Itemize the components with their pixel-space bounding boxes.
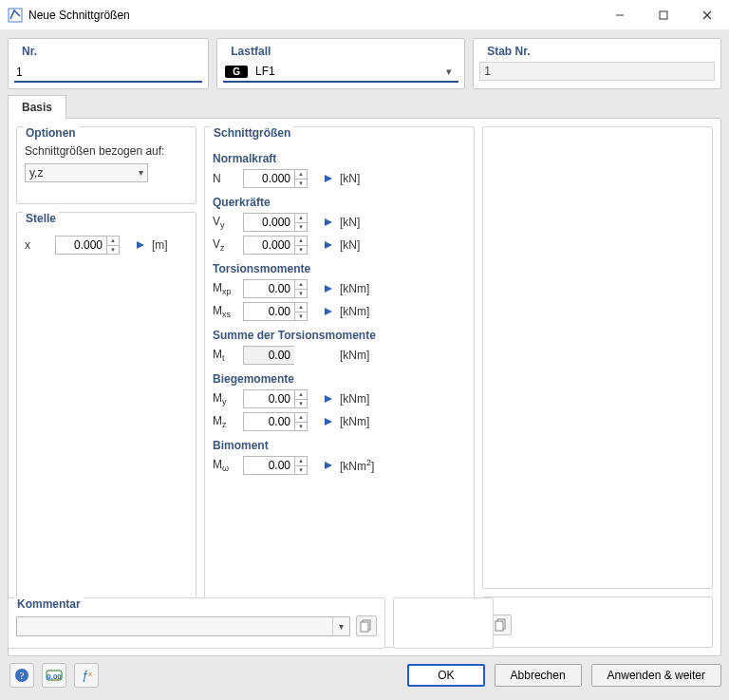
- mxs-input[interactable]: ▲▼: [243, 302, 317, 321]
- play-icon[interactable]: [323, 460, 334, 471]
- kommentar-title: Kommentar: [14, 597, 84, 611]
- lastfall-value[interactable]: [253, 64, 441, 79]
- mw-input[interactable]: ▲▼: [243, 456, 317, 475]
- svg-marker-5: [137, 241, 144, 249]
- querkraefte-header: Querkräfte: [213, 196, 466, 209]
- mxp-input[interactable]: ▲▼: [243, 279, 317, 298]
- mt-input: ▲▼: [243, 346, 317, 365]
- maximize-button[interactable]: [642, 0, 685, 30]
- x-input[interactable]: ▲▼: [55, 236, 129, 255]
- ok-button[interactable]: OK: [407, 664, 484, 687]
- play-icon[interactable]: [323, 416, 334, 427]
- optionen-title: Optionen: [23, 126, 79, 140]
- svg-marker-10: [325, 308, 332, 315]
- nr-input[interactable]: [14, 62, 202, 83]
- my-input[interactable]: ▲▼: [243, 389, 317, 408]
- play-icon[interactable]: [323, 239, 334, 251]
- apply-next-button[interactable]: Anwenden & weiter: [591, 664, 721, 687]
- stab-input[interactable]: [479, 62, 715, 81]
- mz-input[interactable]: ▲▼: [243, 412, 317, 431]
- mxs-label: Mxs: [213, 304, 237, 319]
- svg-marker-12: [325, 418, 332, 426]
- svg-rect-17: [361, 622, 368, 632]
- play-icon[interactable]: [323, 283, 334, 294]
- stab-panel: Stab Nr.: [473, 38, 721, 89]
- x-unit: [m]: [152, 238, 168, 252]
- nr-panel: Nr.: [8, 38, 209, 89]
- kommentar-library-button[interactable]: [356, 615, 377, 636]
- stelle-title: Stelle: [23, 212, 59, 225]
- n-unit: [kN]: [340, 172, 360, 185]
- minimize-button[interactable]: [598, 0, 642, 30]
- cancel-button[interactable]: Abbrechen: [495, 664, 582, 687]
- kommentar-input[interactable]: [17, 617, 332, 635]
- mxp-unit: [kNm]: [340, 282, 369, 295]
- svg-marker-11: [325, 395, 332, 403]
- lastfall-combo[interactable]: G ▾: [223, 62, 458, 83]
- units-button[interactable]: 0,00: [42, 663, 66, 688]
- spinner[interactable]: ▲▼: [106, 236, 120, 255]
- play-icon[interactable]: [135, 239, 146, 251]
- svg-marker-13: [325, 462, 332, 469]
- vy-unit: [kN]: [340, 216, 360, 229]
- close-button[interactable]: [685, 0, 729, 30]
- mw-unit: [kNm2]: [340, 458, 374, 473]
- kommentar-aux: [393, 597, 494, 649]
- bimoment-header: Bimoment: [213, 439, 466, 452]
- x-label: x: [25, 238, 49, 252]
- vz-input[interactable]: ▲▼: [243, 236, 317, 255]
- svg-rect-2: [660, 11, 667, 19]
- my-unit: [kNm]: [340, 392, 369, 406]
- tab-strip: Basis: [8, 93, 721, 118]
- stelle-group: Stelle x ▲▼ [m]: [16, 212, 196, 648]
- bezogen-select[interactable]: y,z ▾: [25, 163, 148, 182]
- my-label: My: [213, 391, 237, 407]
- stab-label: Stab Nr.: [479, 43, 715, 62]
- tab-basis[interactable]: Basis: [8, 95, 66, 119]
- n-input[interactable]: ▲▼: [243, 169, 317, 188]
- n-label: N: [213, 172, 237, 185]
- svg-text:x: x: [88, 670, 92, 678]
- titlebar: Neue Schnittgrößen: [0, 0, 729, 30]
- play-icon[interactable]: [323, 393, 334, 405]
- help-button[interactable]: ?: [9, 663, 34, 688]
- svg-marker-8: [325, 241, 332, 249]
- mxp-label: Mxp: [213, 281, 237, 296]
- play-icon[interactable]: [323, 173, 334, 184]
- biege-header: Biegemomente: [213, 372, 466, 386]
- chevron-down-icon[interactable]: ▾: [332, 617, 349, 635]
- play-icon[interactable]: [323, 306, 334, 317]
- copy-icon[interactable]: [491, 615, 512, 635]
- vz-unit: [kN]: [340, 238, 360, 252]
- kommentar-group: Kommentar ▾: [8, 597, 385, 649]
- kommentar-combo[interactable]: ▾: [16, 616, 350, 636]
- mz-label: Mz: [213, 414, 237, 429]
- summe-torsion-header: Summe der Torsionsmomente: [213, 329, 466, 342]
- chevron-down-icon: ▾: [139, 167, 143, 178]
- mt-label: Mt: [213, 348, 237, 363]
- schnittgroessen-title: Schnittgrößen: [211, 126, 293, 140]
- optionen-group: Optionen Schnittgrößen bezogen auf: y,z …: [16, 126, 196, 204]
- mxs-unit: [kNm]: [340, 305, 369, 318]
- main-area: Optionen Schnittgrößen bezogen auf: y,z …: [8, 118, 721, 656]
- client-area: Nr. Lastfall G ▾ Stab Nr. Basis Optionen…: [0, 30, 729, 700]
- schnittgroessen-group: Schnittgrößen Normalkraft N ▲▼ [kN] Quer…: [204, 126, 475, 648]
- svg-rect-15: [495, 621, 503, 631]
- formula-button[interactable]: ƒx: [74, 663, 99, 688]
- preview-tools: [482, 596, 713, 648]
- svg-text:ƒ: ƒ: [82, 669, 88, 682]
- svg-text:?: ?: [20, 670, 25, 681]
- chevron-down-icon[interactable]: ▾: [441, 66, 457, 78]
- svg-text:0,00: 0,00: [47, 672, 62, 681]
- bottom-bar: ? 0,00 ƒx OK Abbrechen Anwenden & weiter: [8, 654, 721, 692]
- loadcase-badge: G: [225, 66, 248, 78]
- svg-marker-7: [325, 218, 332, 226]
- vy-input[interactable]: ▲▼: [243, 213, 317, 232]
- bezogen-label: Schnittgrößen bezogen auf:: [25, 144, 188, 158]
- torsion-header: Torsionsmomente: [213, 262, 466, 275]
- play-icon[interactable]: [323, 217, 334, 228]
- vz-label: Vz: [213, 237, 237, 253]
- mw-label: Mω: [213, 458, 237, 473]
- preview-panel: [482, 126, 713, 589]
- vy-label: Vy: [213, 215, 237, 230]
